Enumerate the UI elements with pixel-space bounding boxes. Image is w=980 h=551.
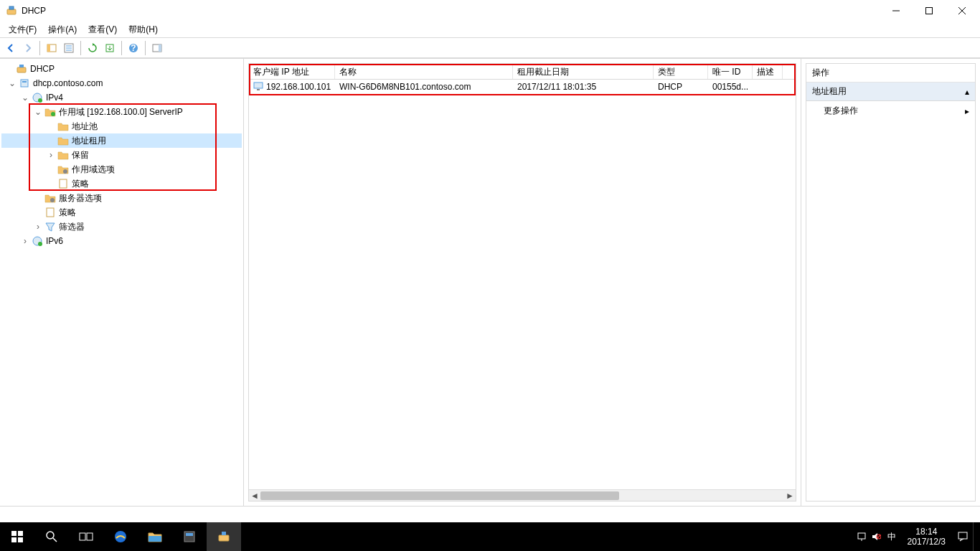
scroll-thumb[interactable] [260, 491, 619, 500]
tray-clock[interactable]: 18:14 2017/12/3 [900, 527, 953, 547]
svg-rect-31 [257, 89, 260, 90]
taskbar-app-server-manager[interactable] [172, 522, 207, 551]
col-client-ip[interactable]: 客户端 IP 地址 [249, 64, 335, 79]
tree-server[interactable]: ⌄ dhcp.contoso.com [1, 76, 242, 90]
col-lease-expiration[interactable]: 租用截止日期 [513, 64, 654, 79]
svg-rect-35 [18, 537, 23, 542]
tree-scope-options[interactable]: 作用域选项 [1, 162, 242, 176]
show-hide-actions-button[interactable] [149, 40, 165, 56]
back-button[interactable] [3, 40, 19, 56]
tree-label: 服务器选项 [59, 192, 106, 204]
collapse-icon[interactable]: ⌄ [20, 93, 30, 103]
ipv4-icon [32, 92, 43, 103]
tree-label: 筛选器 [59, 221, 89, 233]
tree-ipv4[interactable]: ⌄ IPv4 [1, 90, 242, 105]
titlebar: DHCP [0, 0, 980, 22]
tray-action-center-icon[interactable] [953, 522, 973, 551]
properties-button[interactable] [61, 40, 77, 56]
list-pane: 客户端 IP 地址 名称 租用截止日期 类型 唯一 ID 描述 192.168.… [244, 59, 801, 506]
actions-more[interactable]: 更多操作 ▸ [806, 101, 975, 121]
taskbar-app-dhcp[interactable] [207, 522, 241, 551]
svg-point-24 [63, 169, 67, 174]
svg-rect-45 [222, 532, 226, 535]
tree-server-options[interactable]: 服务器选项 [1, 191, 242, 205]
menu-help[interactable]: 帮助(H) [123, 24, 164, 36]
svg-rect-46 [858, 533, 865, 539]
tray-volume-icon[interactable] [869, 522, 883, 551]
svg-rect-30 [254, 83, 263, 88]
lease-grid[interactable]: 客户端 IP 地址 名称 租用截止日期 类型 唯一 ID 描述 192.168.… [248, 63, 796, 501]
expand-icon[interactable]: › [46, 150, 56, 160]
actions-section-header[interactable]: 地址租用 ▴ [806, 83, 975, 101]
statusbar [0, 506, 980, 522]
dhcp-app-icon [6, 5, 17, 17]
tree-ipv6[interactable]: › IPv6 [1, 234, 242, 248]
col-unique-id[interactable]: 唯一 ID [708, 64, 753, 79]
tree-label: 地址池 [72, 121, 102, 133]
refresh-button[interactable] [85, 40, 100, 56]
lease-row[interactable]: 192.168.100.101 WIN-G6D6M8NB101.contoso.… [249, 80, 796, 94]
expand-icon[interactable]: › [33, 222, 43, 232]
svg-rect-38 [80, 533, 85, 540]
tree-root-dhcp[interactable]: DHCP [1, 62, 242, 76]
tree-server-policies[interactable]: 策略 [1, 205, 242, 220]
menu-action[interactable]: 操作(A) [42, 24, 83, 36]
close-button[interactable] [946, 0, 979, 22]
search-button[interactable] [34, 522, 69, 551]
cell-name: WIN-G6D6M8NB101.contoso.com [335, 80, 513, 93]
scope-icon [44, 106, 56, 118]
task-view-button[interactable] [69, 522, 103, 551]
scroll-right-icon[interactable]: ► [784, 490, 796, 501]
tree-label: 策略 [59, 207, 80, 219]
toolbar: ? [0, 38, 980, 58]
svg-point-23 [51, 112, 55, 116]
svg-rect-39 [87, 533, 93, 540]
show-hide-tree-button[interactable] [44, 40, 60, 56]
tray-time: 18:14 [908, 527, 946, 537]
col-name[interactable]: 名称 [335, 64, 513, 79]
cell-unique-id: 00155d... [708, 80, 753, 93]
taskbar-app-ie[interactable] [103, 522, 138, 551]
show-desktop-button[interactable] [973, 522, 977, 551]
tree-label: DHCP [30, 64, 59, 74]
collapse-icon[interactable]: ⌄ [33, 107, 43, 117]
minimize-button[interactable] [880, 0, 913, 22]
ipv6-icon [32, 235, 43, 247]
chevron-right-icon: ▸ [965, 106, 969, 116]
menu-view[interactable]: 查看(V) [83, 24, 123, 36]
dhcp-icon [16, 63, 27, 75]
help-button[interactable]: ? [126, 40, 141, 56]
tree-reservations[interactable]: › 保留 [1, 148, 242, 162]
collapse-icon[interactable]: ⌄ [7, 78, 17, 88]
menu-file[interactable]: 文件(F) [3, 24, 42, 36]
tree-scope[interactable]: ⌄ 作用域 [192.168.100.0] ServerIP [1, 105, 242, 119]
col-description[interactable]: 描述 [753, 64, 783, 79]
taskbar-app-explorer[interactable] [138, 522, 172, 551]
tree-address-pool[interactable]: 地址池 [1, 119, 242, 133]
tray-network-icon[interactable] [854, 522, 869, 551]
svg-rect-19 [21, 80, 28, 87]
tree-address-leases[interactable]: 地址租用 [1, 133, 242, 148]
svg-rect-43 [186, 533, 193, 536]
tree-pane[interactable]: DHCP ⌄ dhcp.contoso.com ⌄ IPv4 ⌄ 作用域 [19… [0, 59, 244, 506]
svg-point-22 [38, 98, 42, 103]
scroll-left-icon[interactable]: ◄ [249, 490, 260, 501]
maximize-button[interactable] [913, 0, 946, 22]
menubar: 文件(F) 操作(A) 查看(V) 帮助(H) [0, 22, 980, 37]
horizontal-scrollbar[interactable]: ◄ ► [249, 489, 796, 501]
export-button[interactable] [102, 40, 118, 56]
cell-expiration: 2017/12/11 18:01:35 [513, 80, 654, 93]
tray-ime[interactable]: 中 [883, 522, 900, 551]
tree-label: 保留 [72, 149, 93, 161]
expand-icon[interactable]: › [20, 236, 30, 246]
svg-point-26 [50, 198, 55, 202]
tree-filters[interactable]: › 筛选器 [1, 220, 242, 234]
svg-point-36 [47, 532, 54, 539]
col-type[interactable]: 类型 [654, 64, 708, 79]
content-area: DHCP ⌄ dhcp.contoso.com ⌄ IPv4 ⌄ 作用域 [19… [0, 58, 980, 506]
svg-rect-7 [47, 44, 50, 52]
tree-scope-policies[interactable]: 策略 [1, 176, 242, 191]
forward-button[interactable] [20, 40, 36, 56]
start-button[interactable] [0, 522, 34, 551]
svg-rect-50 [958, 532, 967, 539]
